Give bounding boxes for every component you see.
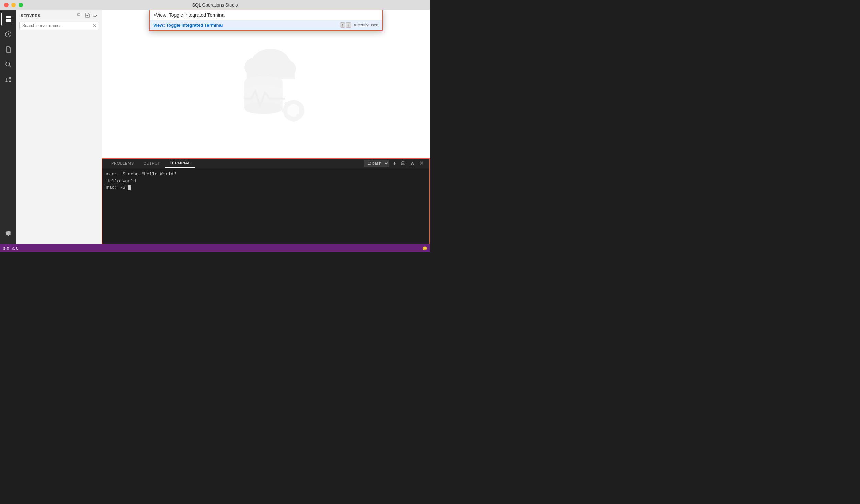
svg-point-8 [9,81,11,82]
sidebar-item-servers[interactable] [1,12,15,26]
tab-problems[interactable]: PROBLEMS [106,159,139,168]
arrow-down-key: ↓ [346,22,351,28]
arrow-up-key: ↑ [340,22,346,28]
add-terminal-button[interactable]: + [392,160,397,167]
status-bar: ⊗ 0 ⚠ 0 😊 [0,244,430,252]
warning-count[interactable]: ⚠ 0 [12,246,18,251]
svg-rect-1 [6,19,11,21]
tab-output[interactable]: OUTPUT [139,159,165,168]
sidebar-item-history[interactable] [1,27,15,41]
svg-rect-0 [6,16,11,18]
sidebar-item-search[interactable] [1,58,15,71]
window-title: SQL Operations Studio [192,2,238,8]
maximize-button[interactable] [19,3,23,7]
terminal-content[interactable]: mac: ~$ echo "Hello World" Hello World m… [102,168,429,244]
clear-search-button[interactable]: ✕ [93,23,97,28]
window-controls[interactable] [4,3,23,7]
bottom-panel: PROBLEMS OUTPUT TERMINAL 1: bash + [102,158,430,244]
panel-tabs: PROBLEMS OUTPUT TERMINAL 1: bash + [102,159,429,168]
recently-used-label: recently used [354,23,378,27]
close-button[interactable] [4,3,9,7]
svg-rect-2 [6,21,11,22]
command-result-label: View: Toggle Integrated Terminal [153,23,223,28]
command-palette-overlay: View: Toggle Integrated Terminal ↑ ↓ rec… [102,10,430,31]
svg-rect-26 [292,100,295,104]
sidebar-title: SERVERS [21,14,41,18]
svg-line-5 [9,66,11,67]
status-right: 😊 [422,246,427,251]
search-input[interactable] [19,22,99,30]
panel-controls: 1: bash + ∧ [364,160,425,167]
svg-rect-27 [292,117,295,122]
svg-point-7 [9,77,11,79]
svg-point-4 [6,62,10,66]
delete-terminal-button[interactable] [399,160,407,167]
minimize-button[interactable] [11,3,16,7]
command-palette: View: Toggle Integrated Terminal ↑ ↓ rec… [149,10,383,31]
activity-bar-bottom [1,227,15,242]
app-logo [218,36,314,132]
sidebar: SERVERS [16,10,102,244]
sidebar-item-git[interactable] [1,73,15,87]
terminal-line-3: mac: ~$ [106,184,425,191]
svg-rect-28 [282,109,286,112]
collapse-panel-button[interactable]: ∧ [409,160,416,167]
svg-point-22 [244,102,283,114]
terminal-line-1: mac: ~$ echo "Hello World" [106,171,425,178]
server-search[interactable]: ✕ [19,22,99,30]
command-result-right: ↑ ↓ recently used [340,22,378,28]
command-palette-input-row [150,10,382,20]
svg-point-6 [6,81,8,82]
terminal-cursor [128,185,131,190]
sidebar-header-icons [77,12,98,19]
main-area: View: Toggle Integrated Terminal ↑ ↓ rec… [102,10,430,244]
new-query-icon[interactable] [84,12,90,19]
new-connection-icon[interactable] [77,12,82,19]
error-count[interactable]: ⊗ 0 [3,246,9,251]
settings-button[interactable] [1,227,15,240]
sidebar-item-new-file[interactable] [1,43,15,56]
titlebar: SQL Operations Studio [0,0,430,10]
kbd-arrows: ↑ ↓ [340,22,351,28]
refresh-icon[interactable] [92,12,98,19]
app-body: SERVERS [0,10,430,244]
tab-terminal[interactable]: TERMINAL [165,159,195,168]
svg-rect-29 [299,109,304,112]
sidebar-header: SERVERS [16,10,102,22]
svg-rect-11 [77,14,80,15]
command-palette-input[interactable] [153,12,378,18]
command-palette-result[interactable]: View: Toggle Integrated Terminal ↑ ↓ rec… [150,20,382,30]
close-panel-button[interactable]: ✕ [418,160,425,167]
terminal-selector[interactable]: 1: bash [364,160,389,167]
activity-bar [0,10,16,244]
feedback-icon[interactable]: 😊 [422,246,427,251]
terminal-line-2: Hello World [106,178,425,185]
status-left: ⊗ 0 ⚠ 0 [3,246,18,251]
center-logo [102,10,430,158]
